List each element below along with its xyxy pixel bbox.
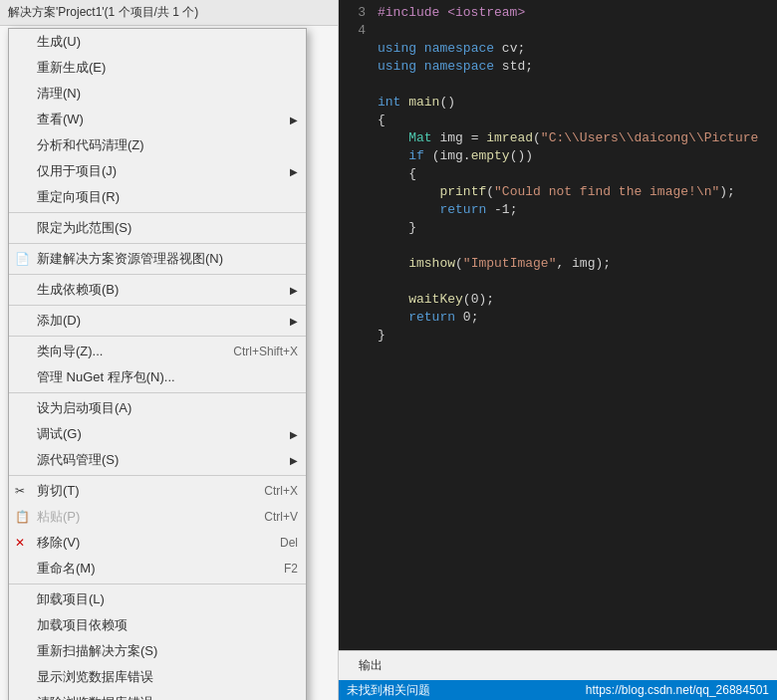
- menu-separator: [9, 274, 306, 275]
- menu-item-icon: 📄: [15, 252, 30, 266]
- bottom-tab-output[interactable]: 输出: [347, 653, 394, 678]
- menu-item[interactable]: 重命名(M)F2: [9, 556, 306, 582]
- code-line-8: int main(): [339, 94, 777, 112]
- submenu-arrow-icon: ▶: [290, 455, 298, 466]
- menu-item-label: 查看(W): [37, 111, 84, 128]
- menu-item[interactable]: 管理 NuGet 程序包(N)...: [9, 364, 306, 390]
- menu-item-label: 重定向项目(R): [37, 188, 120, 206]
- menu-item-label: 调试(G): [37, 425, 82, 443]
- menu-item[interactable]: 设为启动项目(A): [9, 395, 306, 421]
- menu-item[interactable]: 📋粘贴(P)Ctrl+V: [9, 504, 306, 530]
- menu-item-label: 添加(D): [37, 312, 81, 330]
- menu-item[interactable]: 源代码管理(S)▶: [9, 447, 306, 473]
- menu-item[interactable]: 清除浏览数据库错误: [9, 690, 306, 700]
- menu-item-label: 限定为此范围(S): [37, 219, 131, 237]
- code-line-20: return 0;: [339, 309, 777, 327]
- menu-separator: [9, 212, 306, 213]
- menu-item-icon: ✂: [15, 484, 25, 498]
- menu-item-label: 生成(U): [37, 33, 81, 51]
- code-line-5: using namespace cv;: [339, 40, 777, 58]
- menu-separator: [9, 583, 306, 584]
- menu-item[interactable]: 生成依赖项(B)▶: [9, 277, 306, 303]
- code-line-10: Mat img = imread("C:\\Users\\daicong\\Pi…: [339, 129, 777, 147]
- code-line-9: {: [339, 112, 777, 129]
- menu-item-label: 新建解决方案资源管理器视图(N): [37, 250, 223, 268]
- submenu-arrow-icon: ▶: [290, 285, 298, 296]
- menu-item[interactable]: 生成(U): [9, 29, 306, 55]
- menu-separator: [9, 475, 306, 476]
- line-num-4: 4: [339, 22, 374, 40]
- code-line-6: using namespace std;: [339, 58, 777, 76]
- menu-item-label: 清理(N): [37, 85, 81, 103]
- submenu-arrow-icon: ▶: [290, 429, 298, 440]
- status-bar: 未找到相关问题 https://blog.csdn.net/qq_2688450…: [339, 680, 777, 700]
- context-menu: 生成(U)重新生成(E)清理(N)查看(W)▶分析和代码清理(Z)仅用于项目(J…: [8, 28, 307, 700]
- menu-item[interactable]: 查看(W)▶: [9, 107, 306, 132]
- status-left-text: 未找到相关问题: [347, 682, 586, 699]
- menu-item-label: 分析和代码清理(Z): [37, 136, 144, 154]
- menu-item[interactable]: 卸载项目(L): [9, 586, 306, 612]
- menu-item[interactable]: ✕移除(V)Del: [9, 530, 306, 556]
- menu-item-label: 加载项目依赖项: [37, 616, 128, 634]
- menu-item-label: 生成依赖项(B): [37, 281, 119, 299]
- status-right-url: https://blog.csdn.net/qq_26884501: [586, 683, 769, 697]
- menu-item-icon: 📋: [15, 510, 30, 524]
- menu-item[interactable]: 加载项目依赖项: [9, 612, 306, 638]
- menu-item[interactable]: 分析和代码清理(Z): [9, 132, 306, 158]
- menu-item-label: 重新生成(E): [37, 59, 106, 77]
- menu-item[interactable]: 仅用于项目(J)▶: [9, 158, 306, 184]
- menu-item[interactable]: 📄新建解决方案资源管理器视图(N): [9, 246, 306, 272]
- menu-item[interactable]: 类向导(Z)...Ctrl+Shift+X: [9, 339, 306, 364]
- menu-item[interactable]: 重定向项目(R): [9, 184, 306, 210]
- menu-item-label: 管理 NuGet 程序包(N)...: [37, 368, 175, 386]
- code-line-16: [339, 237, 777, 255]
- menu-item[interactable]: 显示浏览数据库错误: [9, 664, 306, 690]
- code-line-21: }: [339, 327, 777, 345]
- menu-item-shortcut: Ctrl+X: [264, 484, 298, 498]
- menu-item[interactable]: ✂剪切(T)Ctrl+X: [9, 478, 306, 504]
- code-line-11: if (img.empty()): [339, 147, 777, 165]
- code-line-1: 3 #include <iostream>: [339, 4, 777, 22]
- menu-item[interactable]: 重新生成(E): [9, 55, 306, 81]
- menu-item-shortcut: F2: [284, 562, 298, 576]
- menu-item-label: 显示浏览数据库错误: [37, 668, 153, 686]
- menu-item-shortcut: Del: [280, 536, 298, 550]
- menu-separator: [9, 336, 306, 337]
- menu-item-label: 粘贴(P): [37, 508, 80, 526]
- menu-item-label: 剪切(T): [37, 482, 80, 500]
- line-num-3: 3: [339, 4, 374, 22]
- menu-separator: [9, 305, 306, 306]
- submenu-arrow-icon: ▶: [290, 166, 298, 177]
- menu-item-label: 设为启动项目(A): [37, 399, 131, 417]
- menu-item[interactable]: 添加(D)▶: [9, 308, 306, 334]
- menu-item-shortcut: Ctrl+V: [264, 510, 298, 524]
- menu-item-shortcut: Ctrl+Shift+X: [233, 345, 298, 358]
- code-line-14: return -1;: [339, 201, 777, 219]
- bottom-panel: 输出: [339, 650, 777, 680]
- menu-item[interactable]: 限定为此范围(S): [9, 215, 306, 241]
- code-line-7: [339, 76, 777, 94]
- solution-title: 解决方案'Project1'(1 个项目/共 1 个): [0, 0, 338, 26]
- menu-item[interactable]: 清理(N): [9, 81, 306, 107]
- submenu-arrow-icon: ▶: [290, 115, 298, 125]
- menu-item-label: 移除(V): [37, 534, 80, 552]
- menu-item-label: 卸载项目(L): [37, 590, 105, 608]
- menu-item-label: 仅用于项目(J): [37, 162, 117, 180]
- code-editor: 3 #include <iostream> 4 using namespace …: [339, 0, 777, 680]
- menu-separator: [9, 243, 306, 244]
- menu-item[interactable]: 调试(G)▶: [9, 421, 306, 447]
- menu-item-label: 源代码管理(S): [37, 451, 119, 469]
- code-line-12: {: [339, 165, 777, 183]
- line-content-3: #include <iostream>: [374, 4, 525, 22]
- menu-item-label: 类向导(Z)...: [37, 343, 103, 360]
- submenu-arrow-icon: ▶: [290, 316, 298, 327]
- menu-separator: [9, 392, 306, 393]
- menu-item[interactable]: 重新扫描解决方案(S): [9, 638, 306, 664]
- menu-item-label: 重新扫描解决方案(S): [37, 642, 157, 660]
- code-line-19: waitKey(0);: [339, 291, 777, 309]
- menu-item-label: 重命名(M): [37, 560, 96, 578]
- code-line-13: printf("Could not find the image!\n");: [339, 183, 777, 201]
- code-line-17: imshow("ImputImage", img);: [339, 255, 777, 273]
- code-line-4: 4: [339, 22, 777, 40]
- menu-item-icon: ✕: [15, 536, 25, 550]
